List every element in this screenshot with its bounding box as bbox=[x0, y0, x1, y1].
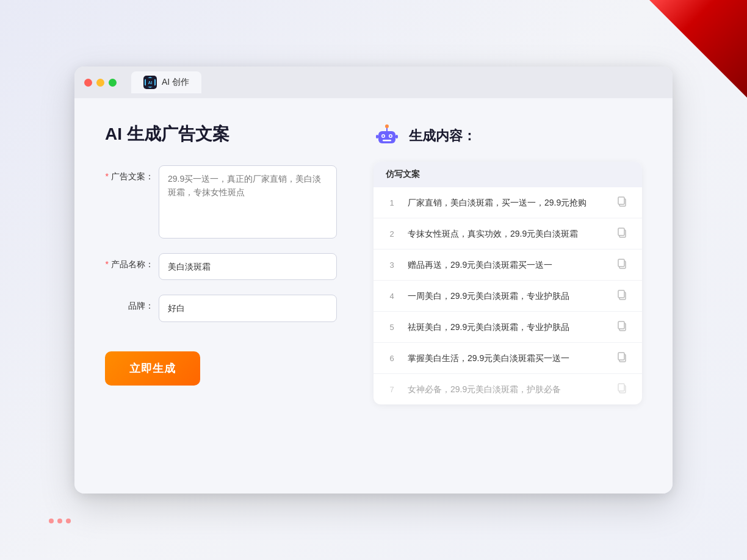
brand-input[interactable] bbox=[159, 295, 337, 321]
table-column-header: 仿写文案 bbox=[374, 162, 642, 187]
tab-label: AI 创作 bbox=[162, 77, 189, 88]
svg-rect-15 bbox=[618, 259, 624, 267]
main-content: AI 生成广告文案 *广告文案： *产品名称： 品牌： 立 bbox=[74, 98, 673, 494]
row-number: 6 bbox=[386, 354, 398, 363]
row-text: 厂家直销，美白淡斑霜，买一送一，29.9元抢购 bbox=[408, 196, 607, 209]
table-row: 3 赠品再送，29.9元美白淡斑霜买一送一 bbox=[374, 249, 642, 281]
generate-button[interactable]: 立即生成 bbox=[105, 351, 200, 386]
product-required-marker: * bbox=[106, 259, 109, 269]
table-row: 5 祛斑美白，29.9元美白淡斑霜，专业护肤品 bbox=[374, 312, 642, 343]
svg-point-7 bbox=[385, 124, 389, 128]
svg-rect-13 bbox=[618, 228, 624, 235]
maximize-button[interactable] bbox=[109, 79, 117, 87]
svg-rect-23 bbox=[618, 384, 624, 391]
dot-decoration bbox=[49, 519, 71, 523]
svg-rect-8 bbox=[376, 135, 378, 138]
table-row: 6 掌握美白生活，29.9元美白淡斑霜买一送一 bbox=[374, 343, 642, 374]
copy-icon[interactable] bbox=[616, 196, 630, 209]
row-text: 一周美白，29.9元美白淡斑霜，专业护肤品 bbox=[408, 290, 607, 303]
right-panel: 生成内容： 仿写文案 1 厂家直销，美白淡斑霜，买一送一，29.9元抢购 2 专… bbox=[374, 123, 642, 469]
row-number: 2 bbox=[386, 229, 398, 239]
product-name-input[interactable] bbox=[159, 253, 337, 280]
copy-icon[interactable] bbox=[616, 351, 630, 365]
copy-icon[interactable] bbox=[616, 258, 630, 271]
left-panel: AI 生成广告文案 *广告文案： *产品名称： 品牌： 立 bbox=[105, 123, 337, 469]
row-text: 女神必备，29.9元美白淡斑霜，护肤必备 bbox=[408, 383, 607, 396]
svg-rect-9 bbox=[395, 135, 398, 138]
result-title: 生成内容： bbox=[409, 127, 476, 145]
result-header: 生成内容： bbox=[374, 123, 642, 149]
row-text: 掌握美白生活，29.9元美白淡斑霜买一送一 bbox=[408, 352, 607, 365]
svg-rect-19 bbox=[618, 321, 624, 329]
svg-point-4 bbox=[390, 135, 392, 137]
table-row: 4 一周美白，29.9元美白淡斑霜，专业护肤品 bbox=[374, 281, 642, 312]
table-row: 7 女神必备，29.9元美白淡斑霜，护肤必备 bbox=[374, 374, 642, 404]
ai-tab-icon bbox=[143, 76, 157, 89]
row-text: 祛斑美白，29.9元美白淡斑霜，专业护肤品 bbox=[408, 321, 607, 334]
browser-window: AI 创作 AI 生成广告文案 *广告文案： *产品名称： bbox=[74, 66, 673, 494]
product-name-label: *产品名称： bbox=[105, 253, 154, 270]
svg-rect-21 bbox=[618, 353, 624, 360]
brand-row: 品牌： bbox=[105, 295, 337, 321]
brand-label: 品牌： bbox=[105, 295, 154, 312]
ad-copy-row: *广告文案： bbox=[105, 165, 337, 239]
title-bar: AI 创作 bbox=[74, 66, 673, 98]
table-row: 2 专抹女性斑点，真实功效，29.9元美白淡斑霜 bbox=[374, 218, 642, 249]
row-number: 7 bbox=[386, 385, 398, 394]
row-number: 3 bbox=[386, 260, 398, 270]
row-number: 1 bbox=[386, 198, 398, 207]
row-number: 5 bbox=[386, 323, 398, 332]
ad-copy-label: *广告文案： bbox=[105, 165, 154, 182]
row-text: 赠品再送，29.9元美白淡斑霜买一送一 bbox=[408, 259, 607, 271]
results-table: 仿写文案 1 厂家直销，美白淡斑霜，买一送一，29.9元抢购 2 专抹女性斑点，… bbox=[374, 162, 642, 404]
product-name-row: *产品名称： bbox=[105, 253, 337, 280]
svg-rect-0 bbox=[378, 131, 395, 143]
ad-copy-input[interactable] bbox=[159, 165, 337, 239]
robot-icon bbox=[374, 123, 400, 149]
close-button[interactable] bbox=[84, 79, 92, 87]
traffic-lights bbox=[84, 79, 117, 87]
copy-icon[interactable] bbox=[616, 227, 630, 240]
tab-ai-create[interactable]: AI 创作 bbox=[131, 71, 201, 93]
table-row: 1 厂家直销，美白淡斑霜，买一送一，29.9元抢购 bbox=[374, 187, 642, 218]
minimize-button[interactable] bbox=[96, 79, 104, 87]
svg-point-3 bbox=[383, 135, 384, 137]
svg-rect-11 bbox=[618, 197, 624, 204]
page-title: AI 生成广告文案 bbox=[105, 123, 337, 146]
copy-icon[interactable] bbox=[616, 382, 630, 396]
row-text: 专抹女性斑点，真实功效，29.9元美白淡斑霜 bbox=[408, 228, 607, 240]
row-number: 4 bbox=[386, 292, 398, 301]
svg-rect-5 bbox=[383, 140, 391, 142]
ad-required-marker: * bbox=[106, 171, 109, 181]
copy-icon[interactable] bbox=[616, 320, 630, 334]
copy-icon[interactable] bbox=[616, 289, 630, 303]
svg-rect-17 bbox=[618, 290, 624, 298]
